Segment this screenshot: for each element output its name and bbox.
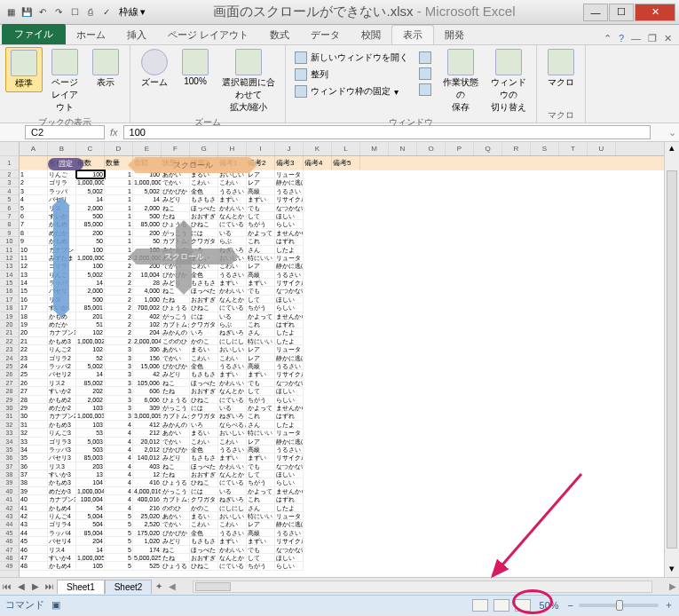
table-row[interactable]: 32りんご3534212あかいまるいおいしい特にいいリュータ [20, 429, 664, 437]
table-row[interactable]: 39めだか31,000,00444,000,016がっこうにはいるかよってません… [20, 487, 664, 495]
row-header[interactable]: 48 [0, 554, 19, 562]
col-header[interactable]: U [588, 142, 616, 155]
row-header[interactable]: 8 [0, 220, 19, 228]
table-row[interactable]: 12ゴリラ1002200でかいこわいこわいレア静かに逃げろ [20, 262, 664, 270]
redo-icon[interactable]: ↷ [51, 5, 66, 20]
tab-ページ レイアウト[interactable]: ページ レイアウト [157, 26, 259, 44]
table-row[interactable]: 17すいか85,0012700,002ひょうるひねこにているちがうらしい [20, 304, 664, 312]
table-row[interactable]: 40カナブン3100,0044400,016カブトムシクワガタねぎいろこれはずれ [20, 495, 664, 503]
col-header[interactable]: L [332, 142, 360, 155]
row-header[interactable]: 44 [0, 520, 19, 528]
tab-nav-prev[interactable]: ◀ [14, 581, 28, 591]
tab-開発[interactable]: 開発 [434, 26, 475, 44]
row-header[interactable]: 27 [0, 379, 19, 387]
table-row[interactable]: 46リス4145174ねこほっぺたかわいいでもなつかない [20, 546, 664, 554]
hscroll-right[interactable]: ▶ [667, 581, 679, 591]
row-header[interactable]: 42 [0, 504, 19, 512]
row-header[interactable]: 32 [0, 421, 19, 429]
row-header[interactable]: 7 [0, 212, 19, 220]
new-window-button[interactable]: 新しいウィンドウを開く [293, 51, 410, 65]
macro-button[interactable]: マクロ [542, 47, 580, 91]
table-row[interactable]: 29めだか21033309がっこうにはいるかよってませんから [20, 404, 664, 412]
table-row[interactable]: 19めだか512102カブトムシクワガタらぶこれはずれ [20, 320, 664, 328]
view-pagelayout-button[interactable]: ページ レイアウト [46, 47, 83, 115]
table-row[interactable]: 25パセリ214342みどりもさもさまずいまずいリサイクル [20, 370, 664, 378]
col-header[interactable]: F [162, 142, 190, 155]
formula-bar[interactable]: 100 [123, 125, 651, 139]
switch-windows-button[interactable]: ウィンドウの 切り替え [486, 47, 531, 115]
table-row[interactable]: 43ゴリラ450452,520でかいこわいこわいレア静かに逃げろ [20, 520, 664, 528]
horizontal-scrollbar[interactable] [193, 580, 652, 593]
row-header[interactable]: 36 [0, 454, 19, 462]
new-icon[interactable]: ☐ [67, 5, 82, 20]
table-row[interactable]: 2ゴリラ1,000,00011,000,000でかいこわいこわいレア静かに逃げろ [20, 178, 664, 186]
excel-icon[interactable]: ▦ [4, 5, 18, 20]
table-row[interactable]: 8めだか2001200がっこうにはいるかよってませんから [20, 229, 664, 237]
tab-nav-next[interactable]: ▶ [28, 581, 43, 591]
zoom-in-icon[interactable]: ＋ [664, 598, 674, 612]
row-header[interactable]: 41 [0, 495, 19, 503]
table-row[interactable]: 1りんご1001100あかいまるいおいしいレアリュータ [20, 170, 664, 178]
col-header[interactable]: R [502, 142, 531, 155]
table-row[interactable]: 31かもめ31034412みかんのいろならべるとさんしたよ [20, 421, 664, 429]
row-header[interactable]: 46 [0, 537, 19, 545]
table-row[interactable]: 3ラッパ5,00215,002ぴかぴか金色うるさい高級うるさい [20, 187, 664, 195]
col-header[interactable]: N [389, 142, 417, 155]
col-header[interactable]: B [48, 142, 76, 155]
minimize-button[interactable]: — [583, 4, 608, 21]
table-row[interactable]: 27すいか22023606たねおおすぎなんとかしてほしい [20, 387, 664, 395]
table-row[interactable]: 22りんご21023306あかいまるいおいしいレアリュータ [20, 345, 664, 353]
table-row[interactable]: 10カナブン1001100みかんのいろねぎいろさんしたよ [20, 246, 664, 254]
hscroll-left[interactable]: ◀ [166, 581, 178, 591]
row-header[interactable]: 38 [0, 470, 19, 478]
table-row[interactable]: 16リス50021,000たねおおすぎなんとかしてほしい [20, 296, 664, 304]
col-header[interactable]: O [417, 142, 446, 155]
table-row[interactable]: 11みずたま1,000,00022,000,000あかいまるいおいしい特にいいリ… [20, 254, 664, 262]
print-icon[interactable]: ⎙ [83, 5, 98, 20]
table-row[interactable]: 13りんご5,002210,004ぴかぴか金色うるさい高級うるさい [20, 271, 664, 279]
col-header[interactable]: P [446, 142, 474, 155]
row-header[interactable]: 33 [0, 429, 19, 437]
table-row[interactable]: 24ラッパ25,002315,006ぴかぴか金色うるさい高級うるさい [20, 362, 664, 370]
row-header[interactable]: 21 [0, 328, 19, 336]
row-header[interactable]: 3 [0, 178, 19, 186]
table-row[interactable]: 21かもめ31,000,00222,000,004こののひかのこにしにし特にいい… [20, 337, 664, 345]
row-header[interactable]: 24 [0, 354, 19, 362]
row-header[interactable]: 47 [0, 546, 19, 554]
row-header[interactable]: 45 [0, 529, 19, 537]
sheet-tab-1[interactable]: Sheet1 [57, 580, 105, 594]
doc-minimize-icon[interactable]: — [631, 33, 641, 44]
row-header[interactable]: 11 [0, 246, 19, 254]
table-row[interactable]: 20カナブン11022204みかんのいろねぎいろさんしたよ [20, 328, 664, 336]
save-icon[interactable]: 💾 [20, 5, 34, 20]
col-header[interactable]: G [190, 142, 218, 155]
table-row[interactable]: 47すいか41,000,00555,000,025たねおおすぎなんとかしてほしい [20, 554, 664, 562]
col-header[interactable]: S [531, 142, 559, 155]
new-sheet-icon[interactable]: ✦ [152, 581, 166, 591]
table-row[interactable]: 26リス285,0023105,006ねこほっぺたかわいいでもなつかない [20, 379, 664, 387]
col-header[interactable]: I [247, 142, 275, 155]
doc-restore-icon[interactable]: ❐ [648, 33, 657, 44]
tab-表示[interactable]: 表示 [391, 25, 434, 44]
view-pagelayout-icon[interactable] [493, 599, 509, 612]
row-header[interactable]: 5 [0, 195, 19, 203]
row-header[interactable]: 13 [0, 262, 19, 270]
macro-record-icon[interactable]: ▣ [51, 599, 60, 611]
table-row[interactable]: 15パセリ2,00024,000ねこほっぺたかわいいでもなつかない [20, 287, 664, 295]
row-header[interactable]: 40 [0, 487, 19, 495]
row-header[interactable]: 15 [0, 279, 19, 287]
table-row[interactable]: 37すいか313412たねおおすぎなんとかしてほしい [20, 470, 664, 478]
unhide-icon[interactable] [417, 83, 433, 97]
view-show-button[interactable]: 表示 [87, 47, 124, 91]
fx-icon[interactable]: fx [105, 127, 123, 138]
table-row[interactable]: 48かもめ41055525ひょうるひねこにているちがうらしい [20, 562, 664, 570]
col-header[interactable]: C [76, 142, 105, 155]
table-row[interactable]: 4パセリ14114みどりもさもさまずいまずいリサイクル [20, 195, 664, 203]
row-header[interactable]: 29 [0, 396, 19, 404]
col-header[interactable]: J [275, 142, 304, 155]
tab-ホーム[interactable]: ホーム [66, 26, 116, 44]
undo-icon[interactable]: ↶ [36, 5, 50, 20]
maximize-button[interactable]: ☐ [609, 4, 634, 21]
tab-データ[interactable]: データ [300, 26, 351, 44]
row-header[interactable]: 17 [0, 296, 19, 304]
